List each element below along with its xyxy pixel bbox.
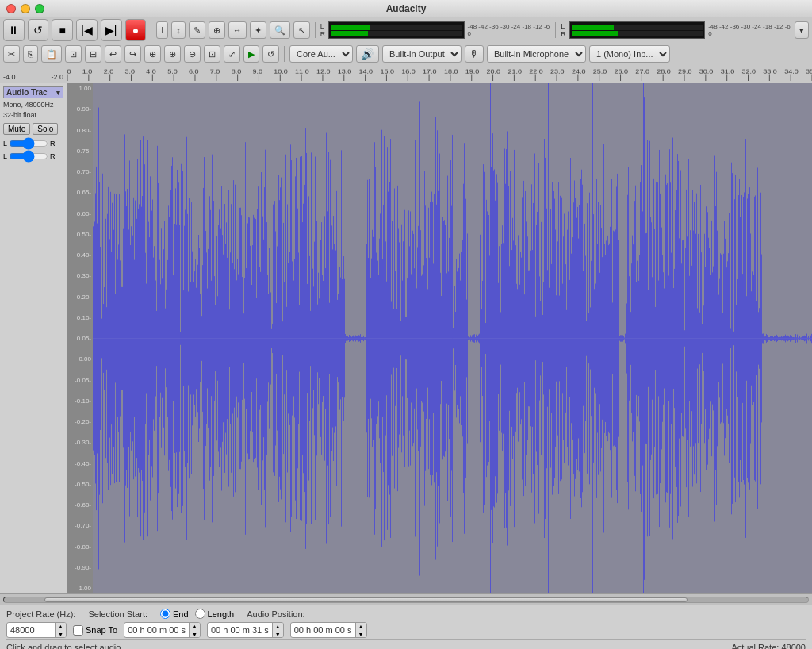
audio-pos-spinner[interactable]: 00 h 00 m 00 s ▲ ▼: [290, 622, 367, 638]
maximize-button[interactable]: [35, 4, 44, 13]
play-button2[interactable]: ▶: [243, 45, 259, 63]
ruler-main: [67, 67, 812, 81]
start-down[interactable]: ▼: [189, 630, 200, 638]
horizontal-scrollbar[interactable]: [0, 593, 812, 605]
status-row-2: 48000 ▲ ▼ Snap To 00 h 00 m 00 s ▲ ▼ 00 …: [6, 622, 806, 638]
mute-button[interactable]: Mute: [3, 123, 30, 135]
stop-button[interactable]: ■: [52, 19, 73, 41]
end-time-value: 00 h 00 m 31 s: [208, 625, 272, 635]
track-name-label: Audio Trac: [6, 88, 48, 97]
y-n0.20: -0.20-: [69, 418, 91, 425]
zoom-out-tool[interactable]: 🔍: [270, 21, 290, 39]
end-down[interactable]: ▼: [272, 630, 283, 638]
pan-l-label: L: [3, 152, 7, 160]
end-length-radio: End Length: [160, 609, 234, 619]
selection-start-field: Selection Start:: [88, 609, 147, 619]
meter-options[interactable]: ▾: [795, 21, 809, 39]
actual-rate: Actual Rate: 48000: [731, 643, 806, 649]
gain-slider[interactable]: [9, 140, 48, 148]
draw-tool[interactable]: ✎: [189, 21, 205, 39]
copy-button[interactable]: ⎘: [23, 45, 38, 63]
end-up[interactable]: ▲: [272, 622, 283, 630]
channels-select[interactable]: 1 (Mono) Inp...: [589, 45, 670, 63]
track-name-bar[interactable]: Audio Trac ▾: [3, 86, 63, 98]
audio-pos-arrows[interactable]: ▲ ▼: [355, 622, 366, 638]
zoom-fit-button[interactable]: ⤢: [224, 45, 240, 63]
y-n0.40: -0.40-: [69, 460, 91, 467]
pause-button[interactable]: ⏸: [3, 19, 25, 41]
end-radio-label[interactable]: End: [160, 609, 189, 619]
start-time-spinner[interactable]: 00 h 00 m 00 s ▲ ▼: [124, 622, 201, 638]
track-info: Mono, 48000Hz 32-bit float: [3, 100, 63, 120]
cursor-tool[interactable]: ↖: [293, 21, 310, 39]
start-time-value: 00 h 00 m 00 s: [124, 625, 189, 635]
output-select[interactable]: Built-in Output: [382, 45, 462, 63]
project-rate-value: 48000: [7, 625, 55, 635]
select-tool[interactable]: I: [156, 21, 168, 39]
redo-button[interactable]: ↪: [124, 45, 141, 63]
snap-to-label[interactable]: Snap To: [73, 625, 117, 636]
minimize-button[interactable]: [21, 4, 30, 13]
solo-button[interactable]: Solo: [33, 123, 58, 135]
length-radio-label[interactable]: Length: [195, 609, 235, 619]
rec-meter-scale: -48 -42 -36 -30 -24 -18 -12 -6 0: [708, 23, 791, 37]
status-row-1: Project Rate (Hz): Selection Start: End …: [6, 609, 806, 619]
zoom-out-button[interactable]: ⊖: [184, 45, 201, 63]
snap-to-checkbox[interactable]: [73, 625, 83, 636]
y-0.00: 0.00: [69, 355, 91, 363]
loop-region-button[interactable]: ↺: [262, 45, 279, 63]
zoom-sel-button[interactable]: ⊡: [204, 45, 220, 63]
project-rate-spinner[interactable]: 48000 ▲ ▼: [6, 622, 67, 638]
paste-button[interactable]: 📋: [41, 45, 62, 63]
y-n0.90: -0.90-: [69, 564, 91, 571]
separator-2: [315, 22, 316, 38]
zoom-tool[interactable]: ⊕: [209, 21, 225, 39]
pos-down[interactable]: ▼: [355, 630, 366, 638]
next-button[interactable]: ▶|: [101, 19, 122, 41]
window-controls[interactable]: [6, 4, 44, 13]
sync-button[interactable]: ⊕: [144, 45, 161, 63]
end-radio[interactable]: [160, 609, 170, 619]
project-rate-arrows[interactable]: ▲ ▼: [55, 622, 66, 638]
y-0.90: 0.90-: [69, 106, 91, 113]
y-n0.80: -0.80-: [69, 543, 91, 551]
track-header: Audio Trac ▾ Mono, 48000Hz 32-bit float …: [0, 83, 67, 593]
y-0.65: 0.65-: [69, 189, 91, 196]
audio-host-select[interactable]: Core Au...: [289, 45, 353, 63]
silence-button[interactable]: ⊟: [85, 45, 102, 63]
envelope-tool[interactable]: ↕: [171, 21, 186, 39]
separator-4: [284, 46, 285, 62]
close-button[interactable]: [6, 4, 16, 13]
cut-button[interactable]: ✂: [3, 45, 20, 63]
start-up[interactable]: ▲: [189, 622, 200, 630]
selection-start-label: Selection Start:: [88, 609, 147, 619]
length-radio[interactable]: [195, 609, 205, 619]
pan-slider[interactable]: [9, 152, 48, 160]
record-button[interactable]: ●: [125, 19, 147, 41]
waveform-canvas[interactable]: [93, 83, 812, 593]
rate-up-arrow[interactable]: ▲: [55, 622, 66, 630]
y-0.50: 0.50-: [69, 231, 91, 238]
status-hint: Click and drag to select audio: [6, 643, 121, 649]
input-select[interactable]: Built-in Microphone: [487, 45, 586, 63]
zoom-in-button[interactable]: ⊕: [164, 45, 181, 63]
pan-control: L R: [3, 152, 63, 160]
timeshift-tool[interactable]: ↔: [228, 21, 247, 39]
trim-button[interactable]: ⊡: [65, 45, 82, 63]
end-time-spinner[interactable]: 00 h 00 m 31 s ▲ ▼: [207, 622, 284, 638]
snap-to-text: Snap To: [86, 625, 117, 635]
y-n0.05: -0.05-: [69, 377, 91, 384]
rate-down-arrow[interactable]: ▼: [55, 630, 66, 638]
undo-button[interactable]: ↩: [105, 45, 121, 63]
end-time-arrows[interactable]: ▲ ▼: [272, 622, 283, 638]
start-time-arrows[interactable]: ▲ ▼: [189, 622, 200, 638]
prev-button[interactable]: |◀: [76, 19, 98, 41]
waveform-container[interactable]: 1.00 0.90- 0.80- 0.75- 0.70- 0.65- 0.60-…: [67, 83, 812, 593]
track-controls: Mute Solo: [3, 123, 63, 135]
multi-tool[interactable]: ✦: [250, 21, 266, 39]
scrollbar-track[interactable]: [3, 597, 809, 603]
loop-button[interactable]: ↺: [28, 19, 49, 41]
scrollbar-thumb[interactable]: [44, 597, 688, 602]
track-menu-arrow[interactable]: ▾: [56, 89, 60, 97]
pos-up[interactable]: ▲: [355, 622, 366, 630]
